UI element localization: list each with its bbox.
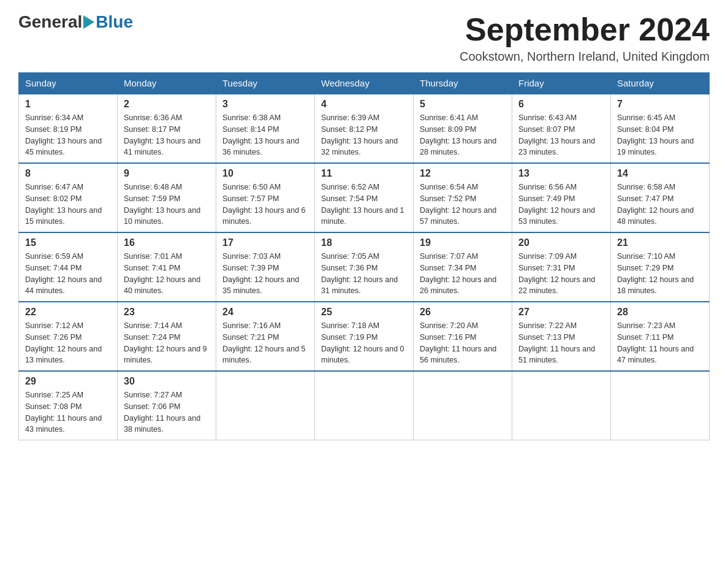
day-info: Sunrise: 7:18 AMSunset: 7:19 PMDaylight:… [321, 320, 407, 366]
day-info: Sunrise: 6:38 AMSunset: 8:14 PMDaylight:… [222, 112, 308, 158]
calendar-cell: 22Sunrise: 7:12 AMSunset: 7:26 PMDayligh… [19, 302, 118, 371]
calendar-cell [414, 371, 512, 440]
day-number: 24 [222, 307, 308, 318]
day-number: 30 [124, 376, 210, 387]
day-info: Sunrise: 7:14 AMSunset: 7:24 PMDaylight:… [124, 320, 210, 366]
calendar-cell: 16Sunrise: 7:01 AMSunset: 7:41 PMDayligh… [118, 232, 216, 302]
day-number: 14 [617, 168, 703, 179]
logo-chevron-icon [83, 15, 94, 29]
day-number: 27 [518, 307, 604, 318]
logo-blue-text: Blue [96, 12, 133, 32]
day-number: 12 [420, 168, 506, 179]
day-info: Sunrise: 7:12 AMSunset: 7:26 PMDaylight:… [25, 320, 111, 366]
day-info: Sunrise: 7:01 AMSunset: 7:41 PMDaylight:… [124, 251, 210, 297]
day-number: 2 [124, 99, 210, 110]
calendar-cell: 28Sunrise: 7:23 AMSunset: 7:11 PMDayligh… [611, 302, 710, 371]
calendar-cell [216, 371, 315, 440]
calendar-cell: 4Sunrise: 6:39 AMSunset: 8:12 PMDaylight… [315, 94, 414, 163]
calendar-cell: 11Sunrise: 6:52 AMSunset: 7:54 PMDayligh… [315, 163, 414, 232]
day-info: Sunrise: 6:36 AMSunset: 8:17 PMDaylight:… [124, 112, 210, 158]
month-title: September 2024 [460, 12, 710, 47]
day-number: 21 [617, 237, 703, 248]
logo-general-text: General [18, 12, 82, 32]
calendar-cell: 14Sunrise: 6:58 AMSunset: 7:47 PMDayligh… [611, 163, 710, 232]
day-info: Sunrise: 6:58 AMSunset: 7:47 PMDaylight:… [617, 182, 703, 228]
col-header-saturday: Saturday [611, 73, 710, 94]
day-info: Sunrise: 6:48 AMSunset: 7:59 PMDaylight:… [124, 182, 210, 228]
location-text: Cookstown, Northern Ireland, United King… [460, 50, 710, 64]
day-info: Sunrise: 7:09 AMSunset: 7:31 PMDaylight:… [518, 251, 604, 297]
calendar-cell: 13Sunrise: 6:56 AMSunset: 7:49 PMDayligh… [512, 163, 611, 232]
page-header: General Blue September 2024 Cookstown, N… [18, 12, 710, 64]
day-number: 19 [420, 237, 506, 248]
day-number: 29 [25, 376, 111, 387]
calendar-cell: 10Sunrise: 6:50 AMSunset: 7:57 PMDayligh… [216, 163, 315, 232]
title-section: September 2024 Cookstown, Northern Irela… [460, 12, 710, 64]
calendar-cell: 1Sunrise: 6:34 AMSunset: 8:19 PMDaylight… [19, 94, 118, 163]
calendar-cell: 21Sunrise: 7:10 AMSunset: 7:29 PMDayligh… [611, 232, 710, 302]
calendar-cell: 8Sunrise: 6:47 AMSunset: 8:02 PMDaylight… [19, 163, 118, 232]
day-info: Sunrise: 7:07 AMSunset: 7:34 PMDaylight:… [420, 251, 506, 297]
day-number: 10 [222, 168, 308, 179]
day-number: 4 [321, 99, 407, 110]
calendar-cell: 12Sunrise: 6:54 AMSunset: 7:52 PMDayligh… [414, 163, 512, 232]
calendar-cell: 15Sunrise: 6:59 AMSunset: 7:44 PMDayligh… [19, 232, 118, 302]
day-number: 6 [518, 99, 604, 110]
day-info: Sunrise: 6:50 AMSunset: 7:57 PMDaylight:… [222, 182, 308, 228]
calendar-cell: 20Sunrise: 7:09 AMSunset: 7:31 PMDayligh… [512, 232, 611, 302]
calendar-cell: 26Sunrise: 7:20 AMSunset: 7:16 PMDayligh… [414, 302, 512, 371]
calendar-cell: 3Sunrise: 6:38 AMSunset: 8:14 PMDaylight… [216, 94, 315, 163]
calendar-cell: 23Sunrise: 7:14 AMSunset: 7:24 PMDayligh… [118, 302, 216, 371]
calendar-table: SundayMondayTuesdayWednesdayThursdayFrid… [18, 72, 710, 440]
day-info: Sunrise: 7:05 AMSunset: 7:36 PMDaylight:… [321, 251, 407, 297]
calendar-cell: 6Sunrise: 6:43 AMSunset: 8:07 PMDaylight… [512, 94, 611, 163]
day-number: 5 [420, 99, 506, 110]
calendar-cell [512, 371, 611, 440]
calendar-week-row: 15Sunrise: 6:59 AMSunset: 7:44 PMDayligh… [19, 232, 710, 302]
day-info: Sunrise: 7:25 AMSunset: 7:08 PMDaylight:… [25, 389, 111, 435]
day-number: 1 [25, 99, 111, 110]
day-info: Sunrise: 7:16 AMSunset: 7:21 PMDaylight:… [222, 320, 308, 366]
calendar-cell: 17Sunrise: 7:03 AMSunset: 7:39 PMDayligh… [216, 232, 315, 302]
calendar-cell: 19Sunrise: 7:07 AMSunset: 7:34 PMDayligh… [414, 232, 512, 302]
day-number: 8 [25, 168, 111, 179]
day-number: 11 [321, 168, 407, 179]
day-number: 15 [25, 237, 111, 248]
calendar-cell: 25Sunrise: 7:18 AMSunset: 7:19 PMDayligh… [315, 302, 414, 371]
day-info: Sunrise: 7:23 AMSunset: 7:11 PMDaylight:… [617, 320, 703, 366]
calendar-week-row: 29Sunrise: 7:25 AMSunset: 7:08 PMDayligh… [19, 371, 710, 440]
day-number: 13 [518, 168, 604, 179]
day-info: Sunrise: 7:22 AMSunset: 7:13 PMDaylight:… [518, 320, 604, 366]
calendar-week-row: 1Sunrise: 6:34 AMSunset: 8:19 PMDaylight… [19, 94, 710, 163]
day-info: Sunrise: 6:52 AMSunset: 7:54 PMDaylight:… [321, 182, 407, 228]
day-info: Sunrise: 6:47 AMSunset: 8:02 PMDaylight:… [25, 182, 111, 228]
col-header-monday: Monday [118, 73, 216, 94]
col-header-wednesday: Wednesday [315, 73, 414, 94]
day-info: Sunrise: 6:59 AMSunset: 7:44 PMDaylight:… [25, 251, 111, 297]
day-number: 16 [124, 237, 210, 248]
day-info: Sunrise: 6:39 AMSunset: 8:12 PMDaylight:… [321, 112, 407, 158]
day-number: 18 [321, 237, 407, 248]
calendar-week-row: 8Sunrise: 6:47 AMSunset: 8:02 PMDaylight… [19, 163, 710, 232]
calendar-cell: 29Sunrise: 7:25 AMSunset: 7:08 PMDayligh… [19, 371, 118, 440]
col-header-friday: Friday [512, 73, 611, 94]
day-info: Sunrise: 7:03 AMSunset: 7:39 PMDaylight:… [222, 251, 308, 297]
calendar-cell: 27Sunrise: 7:22 AMSunset: 7:13 PMDayligh… [512, 302, 611, 371]
calendar-week-row: 22Sunrise: 7:12 AMSunset: 7:26 PMDayligh… [19, 302, 710, 371]
calendar-cell: 5Sunrise: 6:41 AMSunset: 8:09 PMDaylight… [414, 94, 512, 163]
calendar-cell: 24Sunrise: 7:16 AMSunset: 7:21 PMDayligh… [216, 302, 315, 371]
day-number: 3 [222, 99, 308, 110]
calendar-cell [315, 371, 414, 440]
day-number: 23 [124, 307, 210, 318]
calendar-cell: 18Sunrise: 7:05 AMSunset: 7:36 PMDayligh… [315, 232, 414, 302]
col-header-sunday: Sunday [19, 73, 118, 94]
day-info: Sunrise: 7:10 AMSunset: 7:29 PMDaylight:… [617, 251, 703, 297]
day-number: 25 [321, 307, 407, 318]
col-header-tuesday: Tuesday [216, 73, 315, 94]
calendar-header-row: SundayMondayTuesdayWednesdayThursdayFrid… [19, 73, 710, 94]
calendar-cell: 30Sunrise: 7:27 AMSunset: 7:06 PMDayligh… [118, 371, 216, 440]
day-number: 28 [617, 307, 703, 318]
day-number: 26 [420, 307, 506, 318]
calendar-cell [611, 371, 710, 440]
day-info: Sunrise: 6:43 AMSunset: 8:07 PMDaylight:… [518, 112, 604, 158]
